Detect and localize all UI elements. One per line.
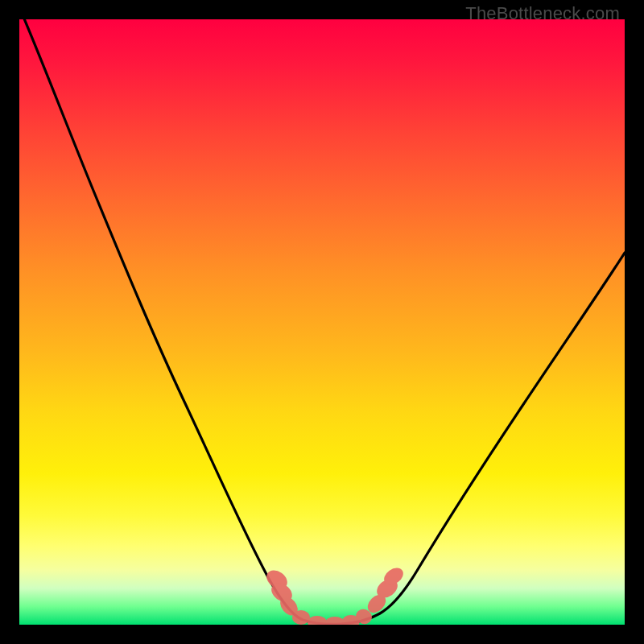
watermark: TheBottleneck.com <box>465 3 620 24</box>
chart-frame <box>0 0 644 644</box>
